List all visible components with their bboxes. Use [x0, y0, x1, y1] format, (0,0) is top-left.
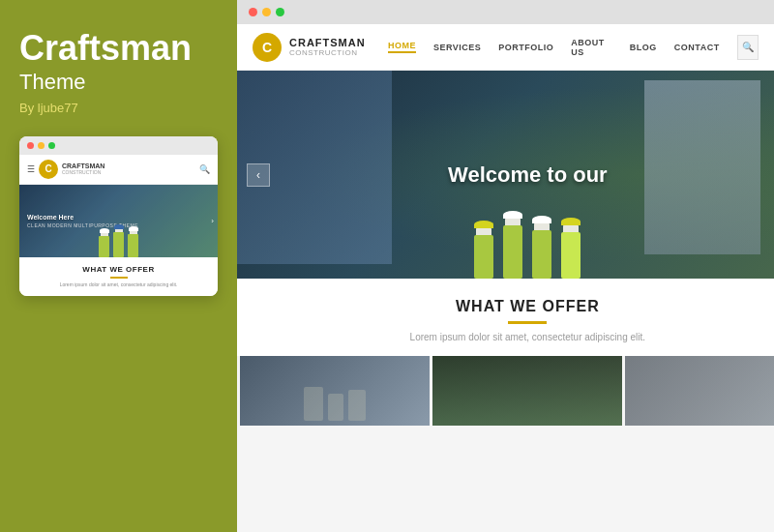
portfolio-item-2	[432, 356, 622, 426]
site-nav-links: HOME SERVICES PORTFOLIO ABOUT US BLOG CO…	[388, 35, 774, 60]
site-brand-text: CRAFTSMAN	[289, 37, 366, 48]
hero-title: Welcome to our	[448, 163, 608, 188]
nav-link-contact[interactable]: CONTACT	[674, 43, 720, 52]
nav-link-blog[interactable]: BLOG	[630, 43, 657, 52]
browser-dot-green	[276, 8, 284, 16]
theme-label: Theme	[19, 70, 218, 95]
search-icon: 🔍	[742, 42, 754, 52]
mini-browser-mockup: ☰ C CRAFTSMAN CONSTRUCTION 🔍 Welcome Her…	[19, 136, 218, 296]
site-brand-sub: CONSTRUCTION	[289, 48, 366, 57]
mini-browser-bar	[19, 136, 218, 155]
mini-logo: C CRAFTSMAN CONSTRUCTION	[39, 160, 104, 179]
mini-worker-1	[99, 230, 109, 257]
mini-worker-2	[113, 226, 124, 257]
nav-link-portfolio[interactable]: PORTFOLIO	[498, 43, 553, 52]
mini-offer-line	[110, 277, 128, 279]
mini-hamburger-icon: ☰	[27, 164, 35, 174]
worker-4	[561, 221, 580, 279]
mini-dot-green	[48, 142, 55, 149]
portfolio-figure	[328, 394, 343, 421]
mini-logo-icon: C	[39, 160, 58, 179]
author-label: By ljube77	[19, 101, 218, 115]
portfolio-grid	[237, 356, 774, 429]
portfolio-figure	[304, 387, 323, 421]
portfolio-item-1	[240, 356, 430, 426]
mini-search-icon: 🔍	[199, 164, 210, 174]
worker-3	[532, 219, 551, 279]
right-panel: C CRAFTSMAN CONSTRUCTION HOME SERVICES P…	[237, 0, 774, 532]
hero-content: Welcome to our	[448, 163, 608, 188]
site-logo-icon: C	[253, 33, 282, 62]
nav-link-services[interactable]: SERVICES	[433, 43, 481, 52]
browser-dot-yellow	[262, 8, 271, 16]
browser-chrome	[237, 0, 774, 24]
mini-nav: ☰ C CRAFTSMAN CONSTRUCTION 🔍	[19, 155, 218, 185]
mini-offer-title: WHAT WE OFFER	[27, 265, 210, 274]
left-panel: Craftsman Theme By ljube77 ☰ C CRAFTSMAN…	[0, 0, 237, 532]
browser-content: C CRAFTSMAN CONSTRUCTION HOME SERVICES P…	[237, 24, 774, 532]
worker-2	[503, 214, 522, 279]
site-navbar: C CRAFTSMAN CONSTRUCTION HOME SERVICES P…	[237, 24, 774, 71]
site-hero: Welcome to our ‹ ›	[237, 71, 774, 279]
mini-worker-3	[128, 228, 138, 257]
mini-dot-red	[27, 142, 34, 149]
building-element	[644, 80, 760, 254]
offer-title: WHAT WE OFFER	[253, 298, 774, 315]
worker-1	[474, 223, 493, 279]
arrow-left-icon: ‹	[256, 168, 260, 182]
nav-link-home[interactable]: HOME	[388, 41, 416, 53]
mini-offer-text: Lorem ipsum dolor sit amet, consectetur …	[27, 281, 210, 288]
hero-prev-button[interactable]: ‹	[247, 163, 270, 187]
mini-hero: Welcome Here CLEAN MODERN MULTIPURPOSE T…	[19, 185, 218, 257]
theme-name: Craftsman	[19, 29, 218, 68]
nav-search-button[interactable]: 🔍	[737, 35, 759, 60]
mini-brand-sub: CONSTRUCTION	[62, 169, 104, 175]
site-logo: C CRAFTSMAN CONSTRUCTION	[253, 33, 388, 62]
offer-divider	[508, 321, 547, 324]
nav-link-about[interactable]: ABOUT US	[571, 38, 612, 57]
mini-dot-yellow	[38, 142, 45, 149]
portfolio-item-3	[625, 356, 774, 426]
portfolio-figure	[348, 390, 366, 421]
offer-section: WHAT WE OFFER Lorem ipsum dolor sit amet…	[237, 279, 774, 356]
browser-dot-red	[249, 8, 257, 16]
mini-offer-section: WHAT WE OFFER Lorem ipsum dolor sit amet…	[19, 257, 218, 296]
mini-brand-text: CRAFTSMAN	[62, 163, 104, 170]
offer-description: Lorem ipsum dolor sit amet, consectetur …	[253, 332, 774, 342]
